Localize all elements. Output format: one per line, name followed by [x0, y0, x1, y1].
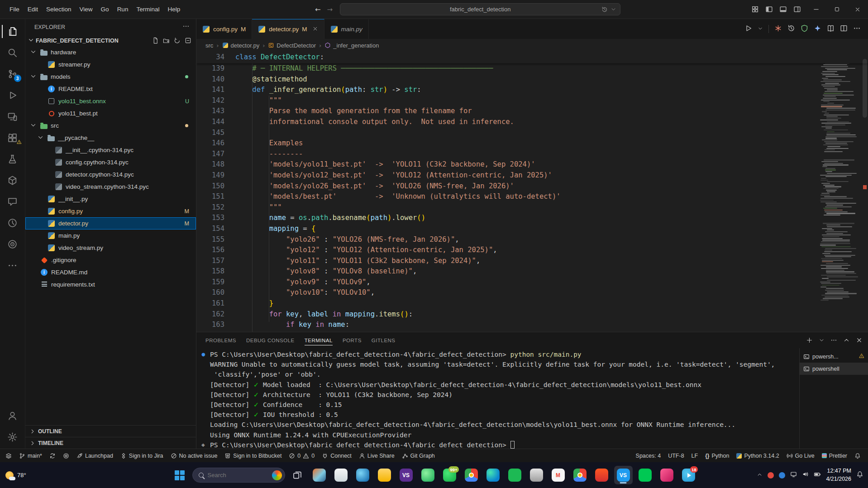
code-line-151[interactable]: 151 'models/best.pt' -> 'Unknown (ultral… — [196, 191, 868, 202]
tree-item-yolo11-best-pt[interactable]: yolo11_best.pt — [25, 107, 196, 120]
tree-item-models[interactable]: models — [25, 71, 196, 83]
code-line-160[interactable]: 160 "yolov10": "YOLOv10", — [196, 287, 868, 298]
tree-item-init-cpython-314-pyc[interactable]: __init__.cpython-314.pyc — [25, 144, 196, 156]
code-line-157[interactable]: 157 "yolo11" : "YOLO11 (C3k2 backbone, S… — [196, 256, 868, 267]
taskbar-app-spotify[interactable] — [506, 466, 524, 484]
notification-center-button[interactable] — [856, 471, 863, 480]
toggle-panel-icon[interactable] — [779, 5, 787, 13]
tray-red-app-icon[interactable] — [768, 472, 774, 478]
tree-item-readme-txt[interactable]: iREADME.txt — [25, 83, 196, 95]
code-line-148[interactable]: 148 'models/yolo11_best.pt' -> 'YOLO11 (… — [196, 159, 868, 170]
menu-edit[interactable]: Edit — [24, 4, 42, 15]
code-line-140[interactable]: 140 @staticmethod — [196, 74, 868, 85]
taskbar-app-blue-sphere-app[interactable] — [353, 466, 372, 484]
tree-item-video-stream-cpython-314-pyc[interactable]: video_stream.cpython-314.pyc — [25, 181, 196, 193]
command-history-icon[interactable] — [601, 6, 608, 13]
menu-go[interactable]: Go — [97, 4, 113, 15]
panel-tab-debug-console[interactable]: DEBUG CONSOLE — [246, 332, 295, 348]
taskbar-app-pink-app[interactable] — [658, 466, 676, 484]
tree-item-streamer-py[interactable]: streamer.py — [25, 58, 196, 71]
section-outline[interactable]: OUTLINE — [25, 425, 196, 437]
maximize-button[interactable] — [826, 0, 847, 19]
taskbar-app-file-explorer-light[interactable] — [332, 466, 350, 484]
status-problems[interactable]: 00 — [285, 449, 318, 462]
tab-config-py[interactable]: config.pyM — [196, 19, 252, 39]
toggle-secondary-sidebar-icon[interactable] — [793, 5, 801, 13]
status-git-branch[interactable]: main* — [15, 449, 46, 462]
search-input[interactable] — [208, 472, 258, 478]
editor-scrollbar[interactable] — [862, 52, 868, 332]
nav-back-icon[interactable]: ← — [315, 5, 321, 14]
activity-timeline[interactable] — [2, 212, 24, 234]
status-sync-changes[interactable] — [46, 449, 59, 462]
breadcrumb-defectdetector[interactable]: DefectDetector — [268, 42, 316, 49]
panel-tab-terminal[interactable]: TERMINAL — [305, 332, 333, 348]
tree-item-main-py[interactable]: main.py — [25, 230, 196, 242]
code-line-145[interactable]: 145 — [196, 128, 868, 139]
taskbar-app-photos[interactable] — [310, 466, 329, 484]
status-gitlens-mode[interactable] — [59, 449, 73, 462]
panel-tab-problems[interactable]: PROBLEMS — [205, 332, 236, 348]
status-prettier[interactable]: Prettier — [818, 449, 851, 462]
collapse-folders-icon[interactable] — [185, 37, 191, 44]
sticky-scroll[interactable]: 34class DefectDetector: — [196, 52, 868, 63]
taskbar-app-telegram[interactable]: 18 — [679, 466, 698, 484]
workspace-header[interactable]: FABRIC_DEFECT_DETECTION — [25, 35, 196, 46]
section-timeline[interactable]: TIMELINE — [25, 437, 196, 449]
code-line-150[interactable]: 150 'models/yolo26_best.pt' -> 'YOLO26 (… — [196, 181, 868, 192]
taskbar-app-visual-studio[interactable]: VS — [397, 466, 415, 484]
toggle-primary-sidebar-icon[interactable] — [765, 5, 773, 13]
tray-display-icon[interactable] — [790, 471, 797, 479]
scrollbar-slider[interactable] — [863, 59, 867, 118]
tree-item-requirements-txt[interactable]: requirements.txt — [25, 278, 196, 291]
code-line-161[interactable]: 161 } — [196, 298, 868, 309]
close-tab-icon[interactable] — [312, 26, 318, 33]
tree-item-config-py[interactable]: config.pyM — [25, 205, 196, 217]
code-line-153[interactable]: 153 name = os.path.basename(path).lower(… — [196, 213, 868, 224]
menu-view[interactable]: View — [76, 4, 97, 15]
taskbar-app-edge[interactable] — [484, 466, 502, 484]
menu-terminal[interactable]: Terminal — [132, 4, 163, 15]
refresh-explorer-icon[interactable] — [174, 37, 181, 44]
code-line-162[interactable]: 162 for key, label in mapping.items(): — [196, 309, 868, 320]
taskbar-app-whatsapp[interactable]: 99+ — [440, 466, 459, 484]
status-active-issue[interactable]: No active issue — [167, 449, 221, 462]
tree-item-init-py[interactable]: __init__.py — [25, 193, 196, 205]
status-live-share[interactable]: Live Share — [355, 449, 398, 462]
menu-selection[interactable]: Selection — [42, 4, 76, 15]
panel-tab-gitlens[interactable]: GITLENS — [372, 332, 396, 348]
breadcrumb-src[interactable]: src — [205, 42, 213, 49]
status-notifications[interactable] — [851, 449, 864, 462]
activity-extensions[interactable] — [2, 127, 24, 148]
run-options[interactable] — [758, 25, 763, 33]
run-tests[interactable] — [774, 24, 782, 34]
code-line-156[interactable]: 156 "yolo12" : "YOLO12 (Attention-centri… — [196, 245, 868, 256]
activity-chat[interactable] — [2, 191, 24, 212]
tray-blue-app-icon[interactable] — [779, 472, 785, 478]
task-view-button[interactable] — [288, 466, 307, 484]
activity-explorer[interactable] — [2, 21, 24, 42]
status-encoding[interactable]: UTF-8 — [664, 449, 687, 462]
status-indentation[interactable]: Spaces: 4 — [632, 449, 665, 462]
tab-main-py[interactable]: main.py — [324, 19, 369, 39]
documentation[interactable] — [827, 24, 835, 34]
editor[interactable]: 34class DefectDetector: 139 # ─ INTERNAL… — [196, 52, 868, 332]
command-center[interactable]: fabric_defect_detection — [340, 3, 620, 15]
taskbar-app-brave[interactable] — [592, 466, 611, 484]
tree-item-video-stream-py[interactable]: video_stream.py — [25, 242, 196, 254]
run-python-file[interactable] — [744, 24, 752, 34]
tree-item-readme-md[interactable]: iREADME.md — [25, 266, 196, 278]
terminal-instance-powershell[interactable]: powershell — [800, 363, 868, 375]
code-line-141[interactable]: 141 def _infer_generation(path: str) -> … — [196, 85, 868, 96]
minimize-button[interactable] — [806, 0, 826, 19]
taskbar-app-vscode[interactable]: VS — [614, 466, 633, 484]
status-jira-signin[interactable]: Sign in to Jira — [117, 449, 167, 462]
code-line-139[interactable]: 139 # ─ INTERNAL HELPERS ───────────────… — [196, 63, 868, 74]
new-terminal-icon[interactable] — [806, 337, 813, 344]
tree-item-config-cpython-314-pyc[interactable]: config.cpython-314.pyc — [25, 156, 196, 168]
activity-remote-explorer[interactable] — [2, 106, 24, 127]
terminal-profiles-icon[interactable] — [819, 337, 825, 343]
more-editor-actions[interactable] — [853, 24, 861, 34]
status-go-live[interactable]: Go Live — [783, 449, 818, 462]
tree-item-gitignore[interactable]: .gitignore — [25, 254, 196, 266]
